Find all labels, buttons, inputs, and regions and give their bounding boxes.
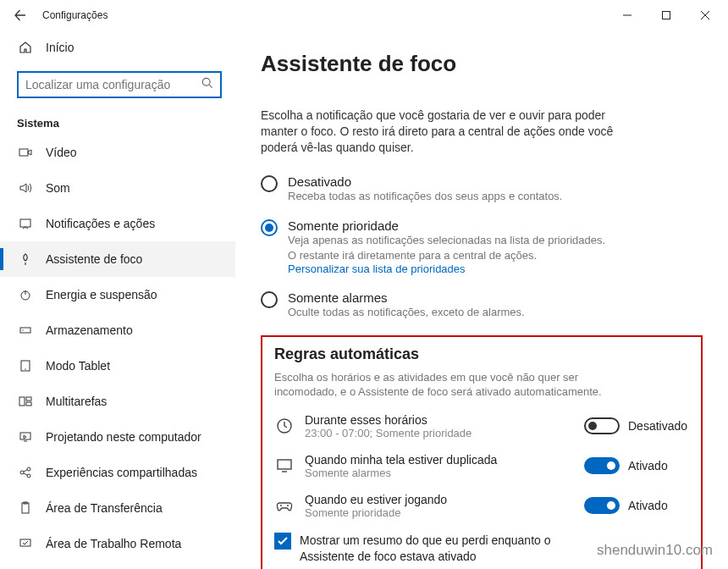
- power-icon: [17, 288, 34, 301]
- sidebar-item-tablet[interactable]: Modo Tablet: [0, 348, 235, 384]
- option-priority-desc: Veja apenas as notificações selecionadas…: [288, 233, 609, 262]
- checkbox-icon: [274, 533, 291, 550]
- radio-icon: [261, 175, 278, 192]
- sidebar-item-multitasking[interactable]: Multitarefas: [0, 384, 235, 419]
- option-priority-title: Somente prioridade: [288, 218, 609, 233]
- back-button[interactable]: [3, 0, 37, 30]
- sidebar-item-label: Multitarefas: [46, 395, 107, 408]
- sidebar-item-notifications[interactable]: Notificações e ações: [0, 206, 235, 241]
- sidebar-item-label: Armazenamento: [46, 323, 133, 337]
- svg-point-8: [25, 368, 25, 369]
- search-input[interactable]: [17, 71, 222, 98]
- search-icon: [201, 77, 213, 92]
- sidebar-item-power[interactable]: Energia e suspensão: [0, 277, 235, 312]
- sidebar-item-remote[interactable]: Área de Trabalho Remota: [0, 526, 235, 561]
- svg-rect-10: [26, 397, 31, 401]
- main-pane: Assistente de foco Escolha a notificação…: [235, 30, 728, 569]
- multitask-icon: [17, 395, 34, 408]
- option-off-title: Desativado: [288, 174, 562, 189]
- sidebar-item-sound[interactable]: Som: [0, 170, 235, 206]
- page-title: Assistente de foco: [261, 51, 703, 77]
- close-button[interactable]: [686, 0, 725, 30]
- tablet-icon: [17, 359, 34, 373]
- svg-rect-9: [19, 397, 25, 406]
- radio-icon: [261, 291, 278, 308]
- focus-icon: [17, 252, 34, 266]
- svg-rect-18: [20, 539, 30, 546]
- sidebar-item-projecting[interactable]: Projetando neste computador: [0, 419, 235, 455]
- svg-point-6: [22, 329, 23, 330]
- remote-icon: [17, 537, 34, 550]
- clipboard-icon: [17, 501, 34, 515]
- svg-rect-0: [663, 12, 670, 19]
- customize-priority-link[interactable]: Personalizar sua lista de prioridades: [288, 262, 609, 275]
- svg-rect-5: [20, 328, 30, 333]
- sidebar-item-label: Assistente de foco: [46, 252, 142, 266]
- toggle-gaming-label: Ativado: [628, 499, 689, 512]
- home-link[interactable]: Início: [0, 30, 235, 64]
- svg-point-22: [287, 505, 289, 506]
- sidebar-item-label: Modo Tablet: [46, 359, 110, 373]
- home-label: Início: [46, 41, 74, 54]
- svg-point-13: [20, 471, 24, 474]
- sidebar-item-focus-assist[interactable]: Assistente de foco: [0, 241, 235, 277]
- summary-label: Mostrar um resumo do que eu perdi enquan…: [300, 533, 604, 565]
- option-priority[interactable]: Somente prioridade Veja apenas as notifi…: [261, 218, 633, 275]
- sidebar-item-clipboard[interactable]: Área de Transferência: [0, 490, 235, 526]
- rule-hours[interactable]: Durante esses horários 23:00 - 07:00; So…: [274, 413, 689, 439]
- option-off-desc: Receba todas as notificações dos seus ap…: [288, 189, 562, 204]
- svg-point-15: [27, 474, 30, 478]
- projecting-icon: [17, 430, 34, 444]
- rule-duplicated[interactable]: Quando minha tela estiver duplicada Some…: [274, 453, 689, 479]
- svg-point-1: [202, 78, 210, 86]
- sidebar: Início Sistema Vídeo Som Notificações e …: [0, 30, 235, 569]
- svg-rect-21: [278, 460, 291, 469]
- rule-gaming[interactable]: Quando eu estiver jogando Somente priori…: [274, 493, 689, 519]
- sidebar-item-label: Área de Trabalho Remota: [46, 537, 181, 550]
- sidebar-item-storage[interactable]: Armazenamento: [0, 312, 235, 348]
- arrow-left-icon: [14, 8, 27, 22]
- option-alarms-title: Somente alarmes: [288, 290, 525, 305]
- svg-rect-2: [19, 149, 28, 156]
- watermark: shenduwin10.com: [597, 542, 713, 559]
- automatic-rules-section: Regras automáticas Escolha os horários e…: [261, 335, 703, 569]
- home-icon: [17, 41, 34, 54]
- sidebar-item-label: Energia e suspensão: [46, 288, 157, 301]
- sidebar-item-about[interactable]: Sobre: [0, 561, 235, 569]
- sidebar-item-shared[interactable]: Experiências compartilhadas: [0, 455, 235, 490]
- svg-point-14: [27, 467, 30, 471]
- sidebar-item-label: Experiências compartilhadas: [46, 466, 197, 479]
- monitor-icon: [274, 456, 295, 475]
- rule-hours-title: Durante esses horários: [305, 413, 584, 427]
- option-alarms[interactable]: Somente alarmes Oculte todas as notifica…: [261, 290, 633, 320]
- svg-rect-16: [22, 503, 29, 513]
- sidebar-item-label: Som: [46, 181, 70, 195]
- intro-text: Escolha a notificação que você gostaria …: [261, 108, 625, 156]
- svg-rect-11: [26, 402, 31, 406]
- search-field[interactable]: [25, 78, 201, 91]
- shared-icon: [17, 466, 34, 479]
- sound-icon: [17, 181, 34, 195]
- maximize-button[interactable]: [647, 0, 686, 30]
- toggle-duplicated-label: Ativado: [628, 459, 689, 472]
- section-header: Sistema: [0, 108, 235, 135]
- sidebar-item-label: Notificações e ações: [46, 217, 155, 230]
- gamepad-icon: [274, 496, 295, 515]
- toggle-hours-label: Desativado: [628, 419, 689, 433]
- auto-rules-title: Regras automáticas: [274, 345, 689, 363]
- notifications-icon: [17, 217, 34, 230]
- radio-icon: [261, 219, 278, 236]
- rule-hours-sub: 23:00 - 07:00; Somente prioridade: [305, 427, 584, 439]
- video-icon: [17, 146, 34, 159]
- rule-duplicated-sub: Somente alarmes: [305, 467, 584, 479]
- clock-icon: [274, 417, 295, 435]
- toggle-hours[interactable]: [584, 417, 620, 434]
- svg-rect-3: [20, 219, 30, 227]
- toggle-duplicated[interactable]: [584, 457, 620, 474]
- minimize-button[interactable]: [608, 0, 647, 30]
- option-off[interactable]: Desativado Receba todas as notificações …: [261, 174, 633, 204]
- toggle-gaming[interactable]: [584, 497, 620, 514]
- sidebar-item-label: Vídeo: [46, 146, 77, 159]
- auto-rules-desc: Escolha os horários e as atividades em q…: [274, 370, 613, 400]
- sidebar-item-video[interactable]: Vídeo: [0, 135, 235, 170]
